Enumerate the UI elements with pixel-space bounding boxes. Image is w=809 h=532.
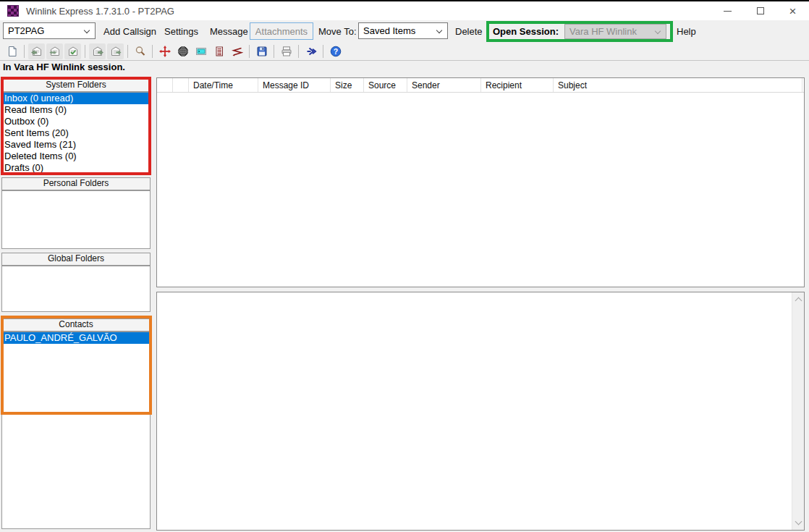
column-header-date-time[interactable]: Date/Time [189, 78, 258, 92]
chevron-down-icon [436, 28, 442, 33]
move-to-label: Move To: [318, 26, 357, 37]
annotation-green-box: Open Session: Vara HF Winlink [486, 21, 673, 42]
move-to-select[interactable]: Saved Items [358, 22, 448, 39]
chevron-down-icon [795, 518, 802, 525]
global-folders-list [1, 266, 151, 312]
folder-item[interactable]: Outbox (0) [2, 116, 150, 127]
reply-icon[interactable] [28, 43, 45, 59]
minimize-icon [724, 11, 732, 12]
propagation-icon[interactable] [229, 43, 245, 59]
vertical-scrollbar[interactable] [792, 292, 804, 530]
menu-add-callsign[interactable]: Add Callsign [103, 26, 156, 37]
folder-item[interactable]: Deleted Items (0) [2, 151, 150, 162]
toolbar: ? [0, 42, 809, 61]
chevron-up-icon [795, 297, 802, 305]
webcam-icon[interactable] [192, 43, 209, 59]
contact-item[interactable]: PAULO_ANDRÉ_GALVÃO [2, 332, 150, 344]
column-header-sender[interactable]: Sender [407, 78, 481, 92]
window-controls: × [711, 1, 809, 20]
reply-all-icon[interactable] [46, 43, 63, 59]
close-icon: × [789, 5, 797, 17]
find-icon[interactable] [132, 43, 148, 59]
column-header-recipient[interactable]: Recipient [481, 78, 554, 92]
toolbar-separator [298, 45, 299, 58]
toolbar-separator [152, 45, 153, 58]
callsign-select-value: PT2PAG [8, 25, 44, 36]
scroll-up-button[interactable] [792, 293, 804, 305]
column-header-blank[interactable] [157, 78, 173, 92]
folder-item[interactable]: Drafts (0) [2, 162, 150, 174]
menu-message[interactable]: Message [210, 26, 248, 37]
help-icon[interactable]: ? [327, 43, 344, 59]
scroll-down-button[interactable] [792, 517, 804, 529]
chevron-down-icon [655, 28, 661, 34]
forward-all-icon[interactable] [107, 43, 124, 59]
column-header-subject[interactable]: Subject [554, 78, 802, 92]
folder-item[interactable]: Sent Items (20) [2, 127, 150, 139]
session-status-text: In Vara HF Winlink session. [0, 62, 809, 75]
column-header-message-id[interactable]: Message ID [258, 78, 331, 92]
column-header-size[interactable]: Size [331, 78, 364, 92]
toolbar-separator [323, 45, 323, 58]
move-to-select-value: Saved Items [363, 25, 415, 36]
toolbar-separator [127, 45, 128, 58]
menu-help[interactable]: Help [677, 26, 696, 37]
new-message-icon[interactable] [4, 43, 20, 59]
toolbar-separator [85, 45, 85, 58]
personal-folders-list [1, 190, 151, 249]
maximize-icon [757, 7, 764, 14]
global-folders-header: Global Folders [1, 253, 151, 266]
column-header-blank[interactable] [173, 78, 189, 92]
message-list-pane[interactable]: Date/TimeMessage IDSizeSourceSenderRecip… [156, 77, 805, 287]
title-bar: Winlink Express 1.7.31.0 - PT2PAG × [0, 1, 809, 20]
personal-folders-header: Personal Folders [1, 177, 151, 190]
minimize-button[interactable] [711, 1, 744, 20]
toolbar-separator [249, 45, 250, 58]
position-report-icon[interactable] [156, 43, 173, 59]
message-list-header: Date/TimeMessage IDSizeSourceSenderRecip… [157, 78, 804, 93]
maximize-button[interactable] [744, 1, 776, 20]
menu-bar: PT2PAG Add Callsign Settings Message Att… [0, 20, 809, 42]
map-icon[interactable] [174, 43, 191, 59]
open-session-select[interactable]: Vara HF Winlink [564, 24, 666, 39]
save-icon[interactable] [253, 43, 270, 59]
system-folders-list: Inbox (0 unread)Read Items (0)Outbox (0)… [1, 92, 151, 174]
print-icon[interactable] [278, 43, 295, 59]
open-session-select-value: Vara HF Winlink [569, 26, 637, 37]
attachments-button[interactable]: Attachments [250, 22, 313, 40]
chevron-down-icon [84, 28, 90, 33]
column-header-source[interactable]: Source [364, 78, 407, 92]
contacts-header: Contacts [1, 318, 151, 332]
folder-item[interactable]: Inbox (0 unread) [2, 93, 150, 104]
message-preview-pane[interactable] [156, 292, 805, 531]
forward-icon[interactable] [89, 43, 106, 59]
folder-item[interactable]: Saved Items (21) [2, 139, 150, 151]
open-session-label: Open Session: [493, 26, 559, 37]
system-folders-header: System Folders [1, 79, 151, 92]
window-title: Winlink Express 1.7.31.0 - PT2PAG [26, 6, 174, 17]
callsign-select[interactable]: PT2PAG [3, 22, 96, 39]
autostart-session-icon[interactable] [302, 43, 319, 59]
toolbar-separator [24, 45, 25, 58]
svg-text:?: ? [333, 46, 337, 55]
accept-icon[interactable] [64, 43, 81, 59]
menu-delete[interactable]: Delete [455, 26, 483, 37]
menu-settings[interactable]: Settings [164, 26, 198, 37]
contacts-list: PAULO_ANDRÉ_GALVÃO [1, 332, 151, 529]
toolbar-separator [274, 45, 274, 58]
close-button[interactable]: × [776, 1, 809, 20]
app-icon [7, 5, 19, 17]
log-icon[interactable] [211, 43, 227, 59]
folder-item[interactable]: Read Items (0) [2, 104, 150, 116]
